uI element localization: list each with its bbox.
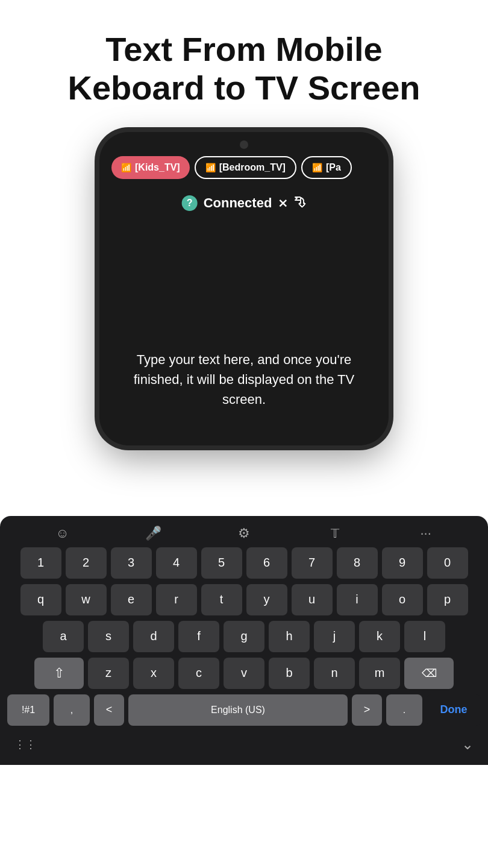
bluetooth-icon: ⨯ xyxy=(278,196,288,210)
key-0[interactable]: 0 xyxy=(427,547,468,579)
tv-tab-partial[interactable]: 📶 [Pa xyxy=(301,156,352,179)
keyboard-rows: 1 2 3 4 5 6 7 8 9 0 q w e r t y u i xyxy=(5,547,483,726)
emoji-icon[interactable]: ☺ xyxy=(50,526,74,541)
tv-tab-kids[interactable]: 📶 [Kids_TV] xyxy=(111,156,190,179)
key-s[interactable]: s xyxy=(88,621,129,652)
phone-placeholder-text: Type your text here, and once you're fin… xyxy=(99,350,389,409)
key-l[interactable]: l xyxy=(404,621,445,652)
key-r[interactable]: r xyxy=(156,584,197,615)
key-b[interactable]: b xyxy=(269,658,310,689)
bottom-row: !#1 , < English (US) > . Done xyxy=(7,694,481,726)
more-icon[interactable]: ··· xyxy=(414,526,438,541)
period-key[interactable]: . xyxy=(386,694,422,726)
connected-label: Connected xyxy=(204,195,272,211)
key-f[interactable]: f xyxy=(178,621,219,652)
chevron-down-icon[interactable]: ⌄ xyxy=(461,736,474,753)
wifi-icon-partial: 📶 xyxy=(312,163,322,172)
key-k[interactable]: k xyxy=(359,621,400,652)
phone-camera xyxy=(240,140,248,149)
key-a[interactable]: a xyxy=(43,621,84,652)
tv-tab-bedroom-label: [Bedroom_TV] xyxy=(219,162,286,173)
header-section: Text From Mobile Keboard to TV Screen xyxy=(0,0,488,126)
connected-status: ? Connected ⨯ ⮷ xyxy=(182,195,307,211)
page-title: Text From Mobile Keboard to TV Screen xyxy=(0,0,488,126)
phone-mockup: 📶 [Kids_TV] 📶 [Bedroom_TV] 📶 [Pa ? Conne… xyxy=(99,132,389,445)
key-1[interactable]: 1 xyxy=(20,547,61,579)
asdf-row: a s d f g h j k l xyxy=(7,621,481,652)
comma-key[interactable]: , xyxy=(54,694,90,726)
zxcv-row: ⇧ z x c v b n m ⌫ xyxy=(7,658,481,689)
key-i[interactable]: i xyxy=(337,584,378,615)
phone-screen: 📶 [Kids_TV] 📶 [Bedroom_TV] 📶 [Pa ? Conne… xyxy=(99,132,389,445)
key-e[interactable]: e xyxy=(111,584,152,615)
bluetooth-symbol: ⮷ xyxy=(294,196,306,210)
key-o[interactable]: o xyxy=(382,584,423,615)
left-arrow-key[interactable]: < xyxy=(94,694,124,726)
symbol-key[interactable]: !#1 xyxy=(7,694,49,726)
mic-icon[interactable]: 🎤 xyxy=(141,526,165,541)
delete-key[interactable]: ⌫ xyxy=(404,658,454,689)
key-q[interactable]: q xyxy=(20,584,61,615)
wifi-icon-bedroom: 📶 xyxy=(205,163,216,172)
connected-dot-icon: ? xyxy=(182,195,198,211)
key-t[interactable]: t xyxy=(201,584,242,615)
key-7[interactable]: 7 xyxy=(292,547,333,579)
number-row: 1 2 3 4 5 6 7 8 9 0 xyxy=(7,547,481,579)
tv-tab-bedroom[interactable]: 📶 [Bedroom_TV] xyxy=(195,156,296,179)
key-w[interactable]: w xyxy=(66,584,107,615)
key-8[interactable]: 8 xyxy=(337,547,378,579)
key-h[interactable]: h xyxy=(269,621,310,652)
text-style-icon[interactable]: 𝕋 xyxy=(323,526,347,541)
done-key[interactable]: Done xyxy=(427,694,481,726)
keyboard: ☺ 🎤 ⚙ 𝕋 ··· 1 2 3 4 5 6 7 8 9 0 q xyxy=(0,516,488,765)
grid-icon[interactable]: ⋮⋮ xyxy=(14,738,36,751)
key-6[interactable]: 6 xyxy=(246,547,287,579)
keyboard-bottom-bar: ⋮⋮ ⌄ xyxy=(5,731,483,753)
key-j[interactable]: j xyxy=(314,621,355,652)
tv-tab-partial-label: [Pa xyxy=(326,162,341,173)
key-n[interactable]: n xyxy=(314,658,355,689)
key-p[interactable]: p xyxy=(427,584,468,615)
qwerty-row: q w e r t y u i o p xyxy=(7,584,481,615)
key-c[interactable]: c xyxy=(178,658,219,689)
key-z[interactable]: z xyxy=(88,658,129,689)
space-key[interactable]: English (US) xyxy=(128,694,348,726)
key-5[interactable]: 5 xyxy=(201,547,242,579)
key-4[interactable]: 4 xyxy=(156,547,197,579)
key-x[interactable]: x xyxy=(133,658,174,689)
right-arrow-key[interactable]: > xyxy=(352,694,382,726)
question-icon: ? xyxy=(187,198,193,209)
key-3[interactable]: 3 xyxy=(111,547,152,579)
tv-tabs-row: 📶 [Kids_TV] 📶 [Bedroom_TV] 📶 [Pa xyxy=(99,156,389,179)
key-2[interactable]: 2 xyxy=(66,547,107,579)
key-y[interactable]: y xyxy=(246,584,287,615)
tv-tab-kids-label: [Kids_TV] xyxy=(135,162,180,173)
keyboard-toolbar: ☺ 🎤 ⚙ 𝕋 ··· xyxy=(5,523,483,547)
key-v[interactable]: v xyxy=(224,658,264,689)
key-u[interactable]: u xyxy=(292,584,333,615)
settings-icon[interactable]: ⚙ xyxy=(232,526,256,541)
key-m[interactable]: m xyxy=(359,658,400,689)
key-9[interactable]: 9 xyxy=(382,547,423,579)
key-d[interactable]: d xyxy=(133,621,174,652)
shift-key[interactable]: ⇧ xyxy=(34,658,84,689)
key-g[interactable]: g xyxy=(224,621,264,652)
wifi-icon-kids: 📶 xyxy=(121,163,131,172)
